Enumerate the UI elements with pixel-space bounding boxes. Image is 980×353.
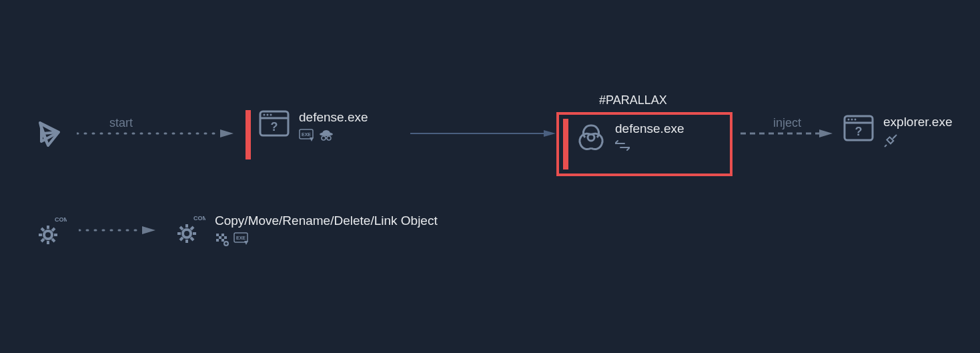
svg-point-23 [855,119,857,121]
com-gear-icon: COM [172,214,205,247]
node-label: Copy/Move/Rename/Delete/Link Object [215,214,438,228]
edge-com-com [79,224,159,237]
svg-point-11 [322,136,326,140]
com-node-1[interactable]: COM [33,215,76,248]
spy-hat-icon [319,129,334,142]
svg-line-47 [180,227,183,230]
node-label: explorer.exe [883,115,953,129]
edge-defense-defense [410,127,557,140]
svg-point-12 [327,136,331,140]
biohazard-icon [576,123,606,152]
svg-marker-40 [142,226,155,234]
svg-line-36 [52,239,55,242]
svg-line-28 [885,145,887,147]
svg-point-4 [264,114,266,116]
defense-node-2-highlighted[interactable]: defense.exe [556,112,732,176]
svg-point-42 [183,230,191,238]
play-outline-icon [33,119,64,149]
start-node[interactable] [33,119,73,149]
exe-badge-icon: EXE [299,129,315,142]
svg-rect-56 [221,239,224,242]
svg-rect-55 [216,239,219,242]
svg-line-38 [52,228,55,231]
svg-text:EXE: EXE [236,236,246,240]
defense-node-1[interactable]: ? defense.exe EXE [246,110,368,159]
edge-label-inject: inject [773,116,801,130]
edge-label-start: start [109,116,133,130]
svg-point-6 [270,114,272,116]
svg-text:?: ? [271,120,278,133]
svg-line-49 [180,238,183,240]
severity-bar [563,119,568,169]
svg-text:EXE: EXE [302,132,311,137]
node-label: defense.exe [615,121,684,136]
swap-arrows-icon [615,140,630,151]
svg-rect-27 [887,137,893,143]
window-question-icon: ? [259,110,290,137]
svg-line-26 [894,135,897,137]
svg-line-35 [41,228,44,231]
svg-point-30 [44,231,52,239]
severity-bar [246,110,251,159]
svg-rect-52 [221,234,224,236]
svg-point-5 [267,114,269,116]
svg-rect-54 [224,236,227,239]
com-node-2[interactable]: COM Copy/Move/Rename/Delete/Link Object [172,214,438,247]
svg-line-37 [41,239,44,242]
svg-line-48 [191,238,193,240]
svg-marker-1 [220,129,233,137]
com-gear-icon: COM [33,215,67,248]
explorer-node[interactable]: ? explorer.exe [843,115,953,148]
exe-badge-icon: EXE [233,232,250,247]
edge-start-defense [77,127,237,140]
svg-point-16 [588,134,594,141]
syringe-icon [883,133,898,148]
svg-line-50 [191,227,193,230]
svg-text:COM: COM [55,216,67,223]
svg-marker-18 [819,129,833,137]
svg-point-21 [848,119,850,121]
window-question-icon: ? [843,115,874,141]
svg-rect-51 [216,234,219,236]
checkered-shield-icon [215,232,229,247]
svg-text:?: ? [855,125,863,138]
node-label: defense.exe [299,110,368,125]
parallax-tag: #PARALLAX [599,93,667,107]
svg-point-22 [851,119,853,121]
svg-marker-15 [544,130,556,137]
svg-rect-53 [219,236,221,239]
svg-text:COM: COM [193,215,205,222]
